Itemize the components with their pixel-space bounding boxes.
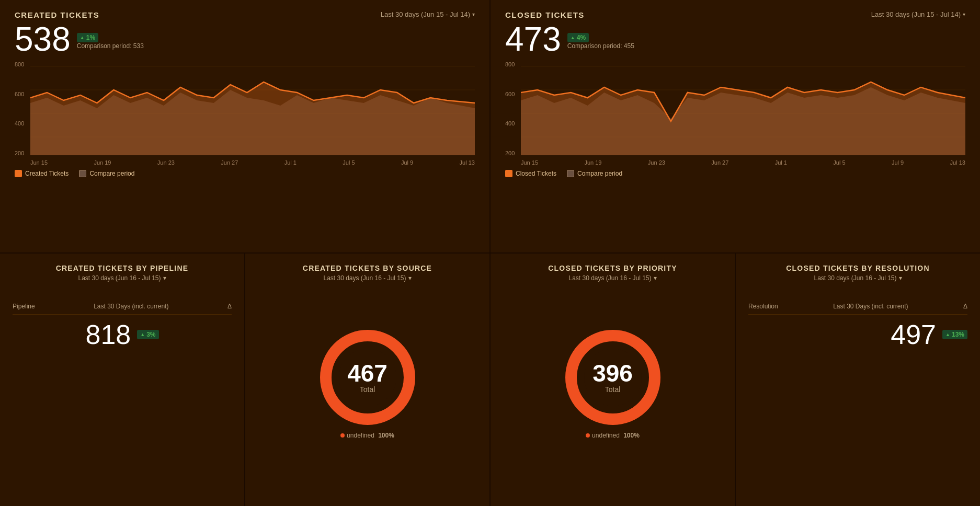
legend-compare-label: Compare period: [89, 170, 134, 177]
created-tickets-chart: 800 600 400 200 Jun 15 Jun 19: [15, 61, 475, 166]
closed-tickets-legend: Closed Tickets Compare period: [505, 170, 965, 177]
closed-tickets-chart: 800 600 400 200 Jun 15 Jun 19 Jun 23: [505, 61, 965, 166]
pipeline-panel: CREATED TICKETS BY PIPELINE Last 30 days…: [0, 254, 244, 506]
by-priority-title: CLOSED TICKETS BY PRIORITY: [503, 264, 722, 272]
resolution-col1: Resolution: [748, 303, 778, 310]
pipeline-date[interactable]: Last 30 days (Jun 16 - Jul 15) ▾: [13, 274, 232, 282]
legend-orange-box: [15, 170, 22, 177]
legend-created-label: Created Tickets: [25, 170, 69, 177]
by-resolution-panel: CLOSED TICKETS BY RESOLUTION Last 30 day…: [736, 254, 980, 506]
legend-closed-compare-label: Compare period: [577, 170, 622, 177]
created-tickets-comparison: Comparison period: 533: [77, 42, 144, 50]
pipeline-col3: Δ: [227, 303, 232, 310]
closed-tickets-comparison: Comparison period: 455: [567, 42, 634, 50]
by-source-date[interactable]: Last 30 days (Jun 16 - Jul 15) ▾: [258, 274, 477, 282]
created-tickets-legend: Created Tickets Compare period: [15, 170, 475, 177]
by-priority-date[interactable]: Last 30 days (Jun 16 - Jul 15) ▾: [503, 274, 722, 282]
svg-marker-5: [30, 82, 475, 155]
created-tickets-badge: 1%: [77, 33, 98, 42]
by-priority-donut-container: 396 Total undefined 100%: [503, 282, 722, 482]
svg-point-15: [340, 433, 345, 438]
pipeline-chevron-icon: ▾: [163, 274, 166, 282]
by-source-title: CREATED TICKETS BY SOURCE: [258, 264, 477, 272]
by-priority-footnote: undefined 100%: [592, 432, 640, 439]
bottom-row: CREATED TICKETS BY PIPELINE Last 30 days…: [0, 254, 980, 506]
closed-tickets-panel: CLOSED TICKETS Last 30 days (Jun 15 - Ju…: [491, 0, 980, 252]
by-source-footnote: undefined 100%: [347, 432, 394, 439]
closed-tickets-title: CLOSED TICKETS: [505, 10, 585, 19]
by-source-total: 467: [347, 361, 388, 385]
chevron-down-icon-2: ▾: [963, 12, 965, 17]
closed-tickets-number: 473: [505, 22, 561, 56]
legend-closed-gray-box: [567, 170, 574, 177]
by-resolution-badge: 13%: [942, 330, 967, 339]
by-source-donut: 467 Total: [315, 325, 420, 430]
by-resolution-chevron-icon: ▾: [899, 274, 902, 282]
by-resolution-number: 497: [891, 319, 936, 350]
created-tickets-title: CREATED TICKETS: [15, 10, 99, 19]
pipeline-badge: 3%: [137, 330, 158, 339]
pipeline-col2: Last 30 Days (incl. current): [94, 303, 168, 310]
by-source-donut-container: 467 Total undefined 100%: [258, 282, 477, 482]
by-priority-panel: CLOSED TICKETS BY PRIORITY Last 30 days …: [491, 254, 735, 506]
legend-gray-box: [79, 170, 86, 177]
by-source-panel: CREATED TICKETS BY SOURCE Last 30 days (…: [245, 254, 489, 506]
closed-chart-svg: [521, 61, 965, 155]
by-priority-chevron-icon: ▾: [654, 274, 657, 282]
pipeline-title: CREATED TICKETS BY PIPELINE: [13, 264, 232, 272]
resolution-col3: Δ: [963, 303, 967, 310]
pipeline-col1: Pipeline: [13, 303, 35, 310]
by-priority-donut: 396 Total: [561, 325, 665, 430]
svg-point-19: [586, 433, 590, 438]
chevron-down-icon: ▾: [472, 12, 475, 17]
created-tickets-date-range[interactable]: Last 30 days (Jun 15 - Jul 14) ▾: [381, 10, 475, 18]
legend-closed-orange-box: [505, 170, 512, 177]
created-tickets-number: 538: [15, 22, 71, 56]
created-chart-svg: [30, 61, 475, 155]
resolution-col2: Last 30 Days (incl. current): [833, 303, 908, 310]
by-priority-dot-icon: [586, 433, 590, 438]
dashboard: CREATED TICKETS Last 30 days (Jun 15 - J…: [0, 0, 980, 506]
closed-tickets-badge: 4%: [567, 33, 589, 42]
by-source-chevron-icon: ▾: [408, 274, 412, 282]
by-resolution-title: CLOSED TICKETS BY RESOLUTION: [748, 264, 967, 272]
legend-closed-label: Closed Tickets: [516, 170, 556, 177]
by-priority-total: 396: [592, 361, 633, 385]
by-resolution-date[interactable]: Last 30 days (Jun 16 - Jul 15) ▾: [748, 274, 967, 282]
pipeline-number: 818: [85, 319, 131, 350]
closed-tickets-date-range[interactable]: Last 30 days (Jun 15 - Jul 14) ▾: [871, 10, 965, 18]
created-tickets-panel: CREATED TICKETS Last 30 days (Jun 15 - J…: [0, 0, 489, 252]
by-source-dot-icon: [340, 433, 345, 438]
